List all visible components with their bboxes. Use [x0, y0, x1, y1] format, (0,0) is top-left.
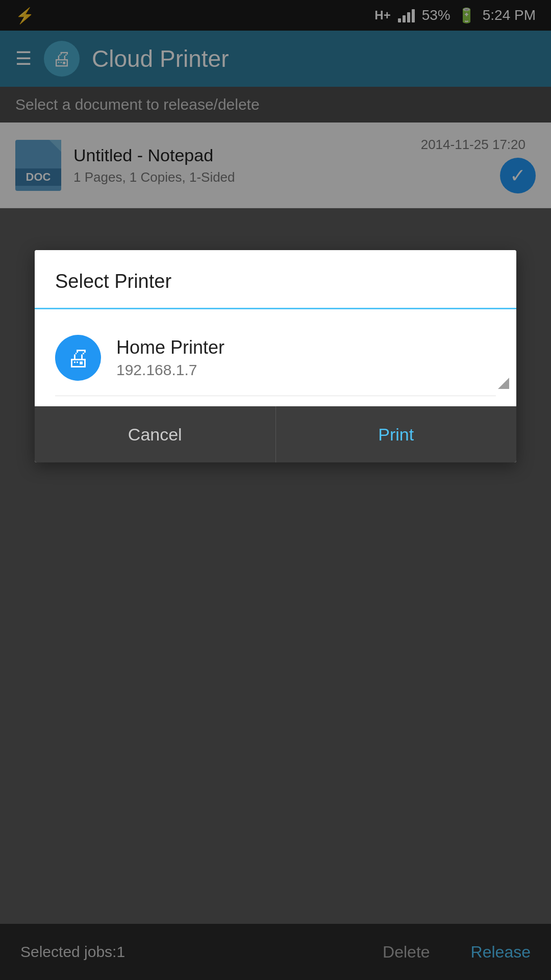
printer-info: Home Printer 192.168.1.7 — [116, 337, 496, 379]
dialog-overlay — [0, 0, 551, 980]
cancel-button[interactable]: Cancel — [35, 406, 276, 462]
printer-name: Home Printer — [116, 337, 496, 358]
dialog-title-area: Select Printer — [35, 250, 516, 308]
print-button[interactable]: Print — [276, 406, 517, 462]
printer-ip: 192.168.1.7 — [116, 361, 496, 379]
dialog-title: Select Printer — [55, 271, 171, 292]
resize-handle — [498, 378, 509, 389]
select-printer-dialog: Select Printer 🖨 Home Printer 192.168.1.… — [35, 250, 516, 462]
printer-item-icon: 🖨 — [55, 335, 101, 381]
dialog-content: 🖨 Home Printer 192.168.1.7 — [35, 309, 516, 406]
printer-item[interactable]: 🖨 Home Printer 192.168.1.7 — [35, 320, 516, 396]
dialog-actions: Cancel Print — [35, 406, 516, 462]
